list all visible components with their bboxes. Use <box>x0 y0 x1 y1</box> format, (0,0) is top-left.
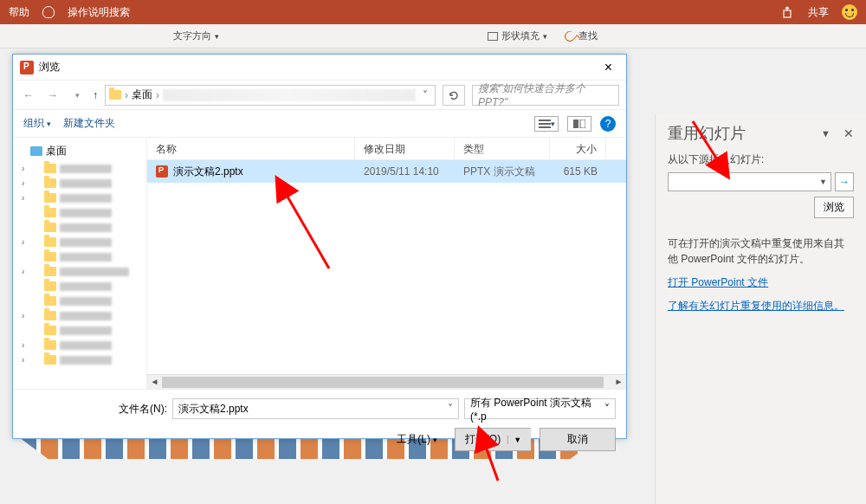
dialog-toolbar: 组织 ▾ 新建文件夹 ▾ ? <box>13 110 626 138</box>
find-button[interactable]: 查找 <box>565 29 598 42</box>
folder-tree[interactable]: 桌面 › › › › › › › › <box>13 138 147 389</box>
file-date: 2019/5/11 14:10 <box>355 165 455 178</box>
pptx-file-icon <box>156 165 168 178</box>
nav-history-dropdown[interactable]: ▾ <box>68 91 86 100</box>
dialog-footer: 文件名(N): 演示文稿2.pptx ˅ 所有 PowerPoint 演示文稿 … <box>13 389 626 460</box>
dialog-close-button[interactable]: × <box>598 60 619 75</box>
help-tab[interactable]: 帮助 <box>9 5 29 20</box>
list-header: 名称 修改日期 类型 大小 <box>147 138 626 160</box>
path-dropdown-button[interactable]: ˅ <box>419 89 431 101</box>
nav-forward-button[interactable]: → <box>44 89 61 101</box>
folder-icon <box>44 281 56 291</box>
nav-back-button[interactable]: ← <box>20 89 37 101</box>
preview-pane-button[interactable] <box>567 116 591 132</box>
tools-dropdown[interactable]: 工具(L) ▾ <box>397 432 437 447</box>
folder-icon <box>44 223 56 232</box>
chevron-down-icon: ˅ <box>604 403 610 415</box>
bulb-icon <box>42 6 55 18</box>
folder-icon <box>44 164 56 173</box>
tree-item[interactable]: › <box>13 308 146 323</box>
ribbon-titlebar: 帮助 操作说明搜索 共享 <box>0 0 866 24</box>
browse-button[interactable]: 浏览 <box>814 197 854 218</box>
tree-item[interactable]: › <box>13 176 146 191</box>
open-powerpoint-link[interactable]: 打开 PowerPoint 文件 <box>668 275 854 290</box>
learn-more-link[interactable]: 了解有关幻灯片重复使用的详细信息。 <box>668 299 854 313</box>
organize-button[interactable]: 组织 ▾ <box>23 116 51 131</box>
file-browse-dialog: 浏览 × ← → ▾ ↑ › 桌面 › ˅ 搜索"如何快速合并多个PPT?" 组… <box>12 54 627 439</box>
tree-item[interactable]: › <box>13 161 146 176</box>
nav-up-button[interactable]: ↑ <box>93 89 98 101</box>
reuse-slides-pane: 重用幻灯片 ▼ ✕ 从以下源插入幻灯片: ▼ → 浏览 可在打开的演示文稿中重复… <box>655 114 866 504</box>
svg-rect-1 <box>539 120 551 121</box>
cancel-button[interactable]: 取消 <box>540 428 616 451</box>
share-button[interactable]: 共享 <box>808 5 829 20</box>
pane-close-button[interactable]: ✕ <box>843 126 854 140</box>
column-name[interactable]: 名称 <box>147 138 355 159</box>
find-icon <box>563 29 578 43</box>
folder-icon <box>44 237 56 247</box>
folder-icon <box>109 90 121 100</box>
dialog-search-input[interactable]: 搜索"如何快速合并多个PPT?" <box>472 85 619 106</box>
pane-title: 重用幻灯片 <box>668 123 746 144</box>
view-mode-button[interactable]: ▾ <box>534 116 559 132</box>
dialog-body: 桌面 › › › › › › › › 名称 修改日期 类型 大小 <box>13 138 626 389</box>
refresh-button[interactable] <box>443 85 465 106</box>
tree-item[interactable]: › <box>13 338 146 352</box>
tree-item[interactable]: › <box>13 235 146 249</box>
column-size[interactable]: 大小 <box>550 138 606 159</box>
file-row[interactable]: 演示文稿2.pptx 2019/5/11 14:10 PPTX 演示文稿 615… <box>147 160 626 183</box>
desktop-icon <box>30 146 42 156</box>
file-size: 615 KB <box>550 165 606 178</box>
shape-fill-button[interactable]: 形状填充▾ <box>488 29 547 42</box>
open-split-dropdown[interactable]: ▼ <box>507 436 521 444</box>
help-button[interactable]: ? <box>600 116 616 132</box>
pane-menu-button[interactable]: ▼ <box>821 128 830 139</box>
column-date[interactable]: 修改日期 <box>355 138 455 159</box>
scroll-right-icon[interactable]: ► <box>611 375 626 390</box>
filename-dropdown-icon[interactable]: ˅ <box>448 403 453 415</box>
file-name: 演示文稿2.pptx <box>173 165 243 178</box>
tree-item[interactable]: › <box>13 264 146 279</box>
text-direction-button[interactable]: 文字方向▾ <box>173 29 219 42</box>
file-filter-dropdown[interactable]: 所有 PowerPoint 演示文稿 (*.p ˅ <box>464 398 616 419</box>
pane-description: 可在打开的演示文稿中重复使用来自其他 PowerPoint 文件的幻灯片。 <box>668 236 854 267</box>
go-button[interactable]: → <box>835 172 854 191</box>
breadcrumb-desktop[interactable]: 桌面 <box>132 87 152 102</box>
tree-item[interactable] <box>13 205 146 220</box>
folder-icon <box>44 311 56 320</box>
chevron-right-icon: › <box>125 89 128 101</box>
folder-icon <box>44 178 56 188</box>
tree-item[interactable]: › <box>13 191 146 205</box>
tree-item[interactable] <box>13 323 146 338</box>
tell-me-search[interactable]: 操作说明搜索 <box>68 5 130 20</box>
folder-icon <box>44 340 56 350</box>
column-type[interactable]: 类型 <box>455 138 550 159</box>
new-folder-button[interactable]: 新建文件夹 <box>63 116 115 131</box>
share-icon <box>783 6 795 19</box>
tree-item[interactable] <box>13 294 146 308</box>
tree-item[interactable] <box>13 220 146 235</box>
tree-item[interactable] <box>13 279 146 294</box>
svg-rect-4 <box>573 120 578 128</box>
scrollbar-thumb[interactable] <box>162 377 604 388</box>
breadcrumb-path[interactable]: › 桌面 › ˅ <box>105 85 436 106</box>
dialog-title: 浏览 <box>39 60 60 74</box>
folder-icon <box>44 252 56 262</box>
feedback-smiley-icon[interactable] <box>842 4 857 20</box>
source-input[interactable]: ▼ <box>668 172 831 191</box>
tree-item[interactable]: › <box>13 352 146 367</box>
ribbon-toolbar: 文字方向▾ 形状填充▾ 查找 <box>0 24 866 48</box>
file-type: PPTX 演示文稿 <box>455 165 550 179</box>
horizontal-scrollbar[interactable]: ◄ ► <box>147 374 626 389</box>
open-button[interactable]: 打开(O)▼ <box>455 428 531 451</box>
folder-icon <box>44 326 56 335</box>
filename-input[interactable]: 演示文稿2.pptx ˅ <box>172 398 459 419</box>
dialog-navbar: ← → ▾ ↑ › 桌面 › ˅ 搜索"如何快速合并多个PPT?" <box>13 81 626 110</box>
refresh-icon <box>448 89 460 101</box>
dialog-titlebar: 浏览 × <box>13 55 626 81</box>
scroll-left-icon[interactable]: ◄ <box>147 375 162 390</box>
chevron-right-icon: › <box>156 89 159 101</box>
tree-item[interactable] <box>13 249 146 264</box>
breadcrumb-blurred <box>163 89 416 101</box>
tree-desktop[interactable]: 桌面 <box>13 141 146 161</box>
